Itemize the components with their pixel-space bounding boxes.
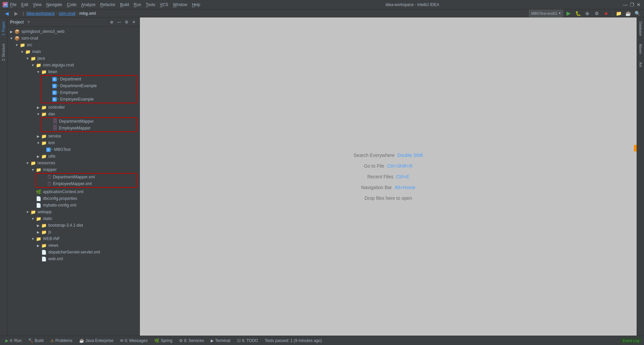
project-tree[interactable]: ▶ 📦 springboot_demo3_web ▼ 📦 ssm-crud ▼ … (7, 27, 140, 336)
panel-title: Project (10, 20, 24, 24)
menu-run[interactable]: Run (132, 2, 143, 8)
tree-item-mapper-folder[interactable]: ▼ 📁 mapper (7, 166, 140, 173)
tree-item-test[interactable]: ▼ 📁 test (7, 139, 140, 146)
menu-window[interactable]: Window (171, 2, 189, 8)
run-settings-button[interactable]: ⚙ (593, 9, 601, 17)
menu-build[interactable]: Build (118, 2, 131, 8)
tree-item-applicationcontext[interactable]: 🌿 applicationContext.xml (7, 188, 140, 195)
tree-item-webapp[interactable]: ▼ 📁 webapp (7, 209, 140, 215)
editor-scrollbar[interactable] (634, 17, 637, 336)
status-tab-build[interactable]: 🔨 Build (25, 338, 46, 344)
tree-item-dao[interactable]: ▼ 📁 dao (7, 111, 140, 117)
menu-edit[interactable]: Edit (19, 2, 30, 8)
right-tab-ant[interactable]: Ant (638, 59, 643, 70)
hint-drop-files: Drop files here to open (365, 195, 412, 201)
class-icon-mbgtest: C + (46, 148, 53, 152)
maximize-button[interactable]: ❐ (629, 2, 635, 7)
tree-item-controller[interactable]: ▶ 📁 controller (7, 104, 140, 111)
tree-label-applicationcontext: applicationContext.xml (43, 189, 84, 194)
tree-item-mybatis[interactable]: 📄 mybatis-config.xml (7, 202, 140, 209)
right-tab-maven[interactable]: Maven (638, 41, 643, 57)
tree-item-js[interactable]: ▶ 📁 js (7, 229, 140, 235)
tree-item-mbgtest[interactable]: C + MBGTest (7, 146, 140, 153)
services-tab-icon: ⚙ (179, 338, 183, 343)
menu-analyze[interactable]: Analyze (79, 2, 98, 8)
tree-item-springboot[interactable]: ▶ 📦 springboot_demo3_web (7, 28, 140, 35)
folder-icon-controller: 📁 (41, 104, 47, 110)
status-tab-terminal[interactable]: ▶ Terminal (208, 338, 233, 344)
status-tab-java-enterprise[interactable]: ☕ Java Enterprise (76, 338, 116, 344)
tree-label-departmentexample: DepartmentExample (60, 83, 97, 88)
tree-arrow-java: ▼ (25, 57, 30, 60)
tree-item-bootstrap[interactable]: ▶ 📁 bootstrap-3.4.1-dist (7, 222, 140, 229)
tree-item-departmentmapper-xml[interactable]: 🗒 DepartmentMapper.xml (36, 174, 136, 180)
panel-action-collapse[interactable]: — (116, 19, 122, 25)
tree-item-service[interactable]: ▶ 📁 service (7, 133, 140, 139)
status-tab-messages[interactable]: ✉ 0: Messages (117, 338, 150, 344)
build-artifacts-button[interactable]: 📁 (614, 9, 623, 17)
nav-back-button[interactable]: ◀ (3, 9, 11, 17)
breadcrumb-module[interactable]: ssm-crud (59, 11, 75, 16)
tree-item-employee[interactable]: C + Employee (42, 89, 136, 96)
tree-item-src[interactable]: ▼ 📁 src (7, 42, 140, 48)
panel-action-close[interactable]: ✕ (131, 19, 137, 25)
tree-label-employeeexample: EmployeeExample (60, 97, 94, 102)
tree-item-departmentmapper[interactable]: 🗄 DepartmentMapper (42, 118, 136, 125)
minimize-button[interactable]: — (623, 2, 628, 7)
tree-label-bootstrap: bootstrap-3.4.1-dist (48, 223, 83, 228)
tree-item-resources[interactable]: ▼ 📁 resources (7, 160, 140, 166)
tree-label-dispatcher: dispatcherServlet-servlet.xml (48, 250, 100, 254)
breadcrumb-file[interactable]: mbg.xml (79, 11, 96, 16)
menu-refactor[interactable]: Refactor (98, 2, 117, 8)
status-tab-spring[interactable]: 🌿 Spring (152, 338, 175, 344)
panel-dropdown-icon[interactable]: ▾ (28, 20, 30, 24)
tree-item-department[interactable]: C + Department (42, 76, 136, 82)
tree-item-employeemapper-xml[interactable]: 🗒 EmployeeMapper.xml (36, 180, 136, 187)
menu-help[interactable]: Help (190, 2, 202, 8)
stop-button[interactable]: ■ (602, 9, 610, 17)
tree-label-departmentmapper: DepartmentMapper (59, 119, 94, 124)
status-tab-todo[interactable]: ☑ 6: TODO (234, 338, 261, 344)
tree-item-bean[interactable]: ▼ 📁 bean (7, 68, 140, 75)
status-tab-run[interactable]: ▶ 4: Run (3, 338, 24, 344)
sidebar-tab-structure[interactable]: 2: Structure (1, 41, 6, 64)
run-config-selector[interactable]: MBGTest.test01 ▾ (529, 10, 563, 17)
breadcrumb-workspace[interactable]: idea-workspace (26, 11, 55, 16)
messages-tab-icon: ✉ (120, 338, 123, 343)
tree-item-java[interactable]: ▼ 📁 java (7, 55, 140, 62)
status-tab-problems[interactable]: ⚠ Problems (48, 338, 75, 344)
tree-item-employeemapper[interactable]: 🗄 EmployeeMapper (42, 125, 136, 131)
tree-item-departmentexample[interactable]: C + DepartmentExample (42, 82, 136, 89)
event-log-badge[interactable]: Event Log (621, 338, 641, 343)
panel-action-locate[interactable]: ⊕ (109, 19, 115, 25)
menu-tools[interactable]: Tools (144, 2, 157, 8)
tree-item-main[interactable]: ▼ 📁 main (7, 48, 140, 55)
menu-file[interactable]: File (8, 2, 18, 8)
sidebar-tab-project[interactable]: 1: Project (1, 19, 6, 38)
tree-item-com[interactable]: ▼ 📁 com.atguigu.crud (7, 62, 140, 68)
close-button[interactable]: ✕ (636, 2, 641, 7)
tree-item-static[interactable]: ▼ 📁 static (7, 215, 140, 222)
nav-forward-button[interactable]: ▶ (12, 9, 20, 17)
right-sidebar: Database Maven Ant (637, 17, 644, 336)
tree-item-ssm-crud[interactable]: ▼ 📦 ssm-crud (7, 35, 140, 42)
tree-item-dispatcher[interactable]: 📄 dispatcherServlet-servlet.xml (7, 249, 140, 255)
search-button[interactable]: 🔍 (633, 9, 641, 17)
panel-action-settings[interactable]: ⚙ (123, 19, 129, 25)
right-tab-database[interactable]: Database (638, 19, 643, 39)
menu-navigate[interactable]: Navigate (44, 2, 64, 8)
tree-item-web-xml[interactable]: 📄 web.xml (7, 255, 140, 262)
sdk-button[interactable]: ☕ (624, 9, 632, 17)
tree-item-webinf[interactable]: ▼ 📁 WEB-INF (7, 235, 140, 242)
status-tab-services[interactable]: ⚙ 8: Services (176, 338, 207, 344)
menu-view[interactable]: View (31, 2, 44, 8)
tree-item-views[interactable]: ▶ 📁 views (7, 242, 140, 249)
menu-vcs[interactable]: VCS (158, 2, 170, 8)
tree-item-dbconfig[interactable]: 📄 dbconfig.properties (7, 195, 140, 202)
debug-button[interactable]: 🐛 (574, 9, 582, 17)
coverage-button[interactable]: ⊕ (583, 9, 591, 17)
tree-item-utils[interactable]: ▶ 📁 utils (7, 153, 140, 160)
run-button[interactable]: ▶ (565, 9, 573, 17)
tree-item-employeeexample[interactable]: C + EmployeeExample (42, 96, 136, 103)
menu-code[interactable]: Code (65, 2, 78, 8)
